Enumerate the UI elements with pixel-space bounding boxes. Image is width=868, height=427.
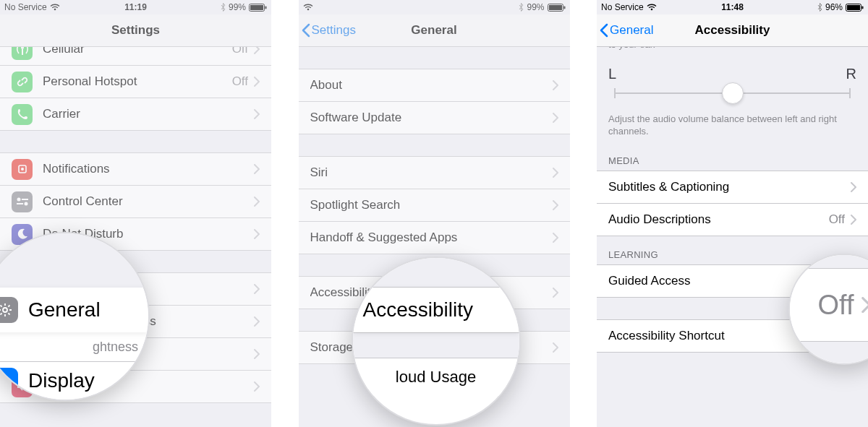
svg-point-26 bbox=[25, 353, 27, 355]
section-footer: to your ear. bbox=[597, 47, 868, 56]
bell-icon bbox=[12, 159, 33, 180]
section-gap bbox=[0, 131, 271, 152]
table-row[interactable]: General bbox=[0, 273, 271, 305]
table-row[interactable]: Siri bbox=[299, 157, 570, 189]
row-label: Accessibility Shortcut bbox=[608, 329, 829, 343]
svg-point-25 bbox=[17, 353, 20, 355]
table-row[interactable]: About bbox=[299, 69, 570, 101]
row-label: Do Not Disturb bbox=[43, 227, 254, 241]
row-label: Software Update bbox=[310, 111, 553, 125]
svg-point-7 bbox=[17, 198, 20, 202]
row-value: Off bbox=[829, 274, 845, 288]
chevron-right-icon bbox=[254, 284, 260, 294]
table-row[interactable]: Notifications bbox=[0, 153, 271, 185]
table-row[interactable]: Accessibility bbox=[299, 277, 570, 309]
section-gap bbox=[299, 47, 570, 69]
table-row[interactable]: Do Not Disturb bbox=[0, 217, 271, 250]
svg-point-6 bbox=[21, 168, 24, 171]
scroll-area[interactable]: to your ear.LRAdjust the audio volume ba… bbox=[597, 47, 868, 427]
chevron-right-icon bbox=[254, 47, 260, 54]
svg-point-38 bbox=[307, 9, 309, 11]
row-label: About bbox=[310, 78, 553, 92]
nav-bar: SettingsGeneral bbox=[299, 14, 570, 47]
chevron-right-icon bbox=[254, 197, 260, 207]
scroll-area[interactable]: AboutSoftware UpdateSiriSpotlight Search… bbox=[299, 47, 570, 427]
status-bar: No Service11:4896% bbox=[597, 0, 868, 14]
row-label: Sounds bbox=[43, 379, 254, 394]
table-row[interactable]: Sounds bbox=[0, 370, 271, 402]
svg-line-17 bbox=[25, 292, 27, 293]
wifi-icon bbox=[303, 4, 313, 11]
back-button[interactable]: General bbox=[597, 23, 653, 38]
table-row[interactable]: Carrier bbox=[0, 98, 271, 130]
row-label: Subtitles & Captioning bbox=[608, 180, 851, 194]
chevron-right-icon bbox=[851, 276, 856, 286]
svg-rect-40 bbox=[549, 5, 562, 10]
table-row[interactable]: Control Center bbox=[0, 185, 271, 217]
back-button[interactable]: Settings bbox=[299, 23, 356, 38]
row-label: Control Center bbox=[43, 194, 254, 209]
row-value: Off bbox=[232, 74, 248, 89]
svg-line-16 bbox=[17, 285, 19, 286]
antenna-icon bbox=[12, 47, 33, 60]
chevron-right-icon bbox=[254, 349, 260, 359]
chevron-right-icon bbox=[254, 77, 260, 87]
audio-balance: LR bbox=[597, 56, 868, 107]
slider-thumb[interactable] bbox=[722, 82, 744, 104]
row-label: Cellular bbox=[43, 47, 232, 56]
chevron-right-icon bbox=[254, 229, 260, 239]
svg-point-22 bbox=[20, 353, 24, 356]
section-gap bbox=[299, 309, 570, 331]
table-row[interactable]: CellularOff bbox=[0, 47, 271, 65]
svg-text:A: A bbox=[14, 316, 22, 327]
table-row[interactable]: Audio DescriptionsOff bbox=[597, 203, 868, 236]
table-group: SiriSpotlight SearchHandoff & Suggested … bbox=[299, 156, 570, 254]
table-row[interactable]: Wallpaper bbox=[0, 337, 271, 370]
table-row[interactable]: Storage & iCloud Usage bbox=[299, 332, 570, 363]
table-row[interactable]: Guided AccessOff bbox=[597, 265, 868, 297]
chevron-right-icon bbox=[553, 342, 558, 353]
table-row[interactable]: AADisplay & Brightness bbox=[0, 305, 271, 337]
moon-icon bbox=[12, 224, 33, 245]
svg-text:A: A bbox=[22, 319, 27, 327]
chevron-right-icon bbox=[553, 288, 558, 298]
table-row[interactable]: Personal HotspotOff bbox=[0, 65, 271, 98]
table-row[interactable]: Accessibility ShortcutOff bbox=[597, 320, 868, 352]
table-row[interactable]: Subtitles & Captioning bbox=[597, 171, 868, 203]
speaker-icon bbox=[12, 376, 33, 397]
row-value: Off bbox=[829, 329, 845, 343]
svg-point-9 bbox=[24, 202, 27, 206]
battery-icon bbox=[548, 4, 566, 12]
table-group: CellularOffPersonal HotspotOffCarrier bbox=[0, 47, 271, 131]
table-group: AboutSoftware Update bbox=[299, 69, 570, 134]
svg-line-19 bbox=[25, 285, 27, 286]
section-gap bbox=[299, 254, 570, 276]
row-label: Notifications bbox=[43, 162, 254, 176]
chevron-right-icon bbox=[254, 381, 260, 392]
svg-point-23 bbox=[21, 349, 24, 352]
chevron-right-icon bbox=[553, 80, 558, 90]
table-row[interactable]: Software Update bbox=[299, 101, 570, 134]
row-value: Off bbox=[232, 47, 248, 56]
section-gap bbox=[0, 251, 271, 272]
chevron-right-icon bbox=[851, 215, 856, 225]
status-bar: 99% bbox=[299, 0, 570, 14]
table-row[interactable]: Handoff & Suggested Apps bbox=[299, 221, 570, 254]
chevron-right-icon bbox=[553, 233, 558, 243]
table-group: Guided AccessOff bbox=[597, 264, 868, 298]
table-group: Subtitles & CaptioningAudio Descriptions… bbox=[597, 171, 868, 236]
balance-slider[interactable] bbox=[614, 85, 851, 101]
status-bar: No Service11:1999% bbox=[0, 0, 271, 14]
chevron-right-icon bbox=[851, 331, 856, 341]
table-group: Storage & iCloud Usage bbox=[299, 331, 570, 364]
section-footer: Adjust the audio volume balance between … bbox=[597, 107, 868, 142]
section-gap bbox=[299, 134, 570, 156]
table-row[interactable]: Spotlight Search bbox=[299, 189, 570, 221]
table-group: Accessibility ShortcutOff bbox=[597, 319, 868, 353]
svg-line-18 bbox=[17, 292, 19, 293]
scroll-area[interactable]: CellularOffPersonal HotspotOffCarrierNot… bbox=[0, 47, 271, 427]
row-label: Handoff & Suggested Apps bbox=[310, 230, 553, 245]
status-time: 11:48 bbox=[597, 2, 868, 12]
gear-icon bbox=[12, 279, 33, 300]
table-group: NotificationsControl CenterDo Not Distur… bbox=[0, 152, 271, 251]
